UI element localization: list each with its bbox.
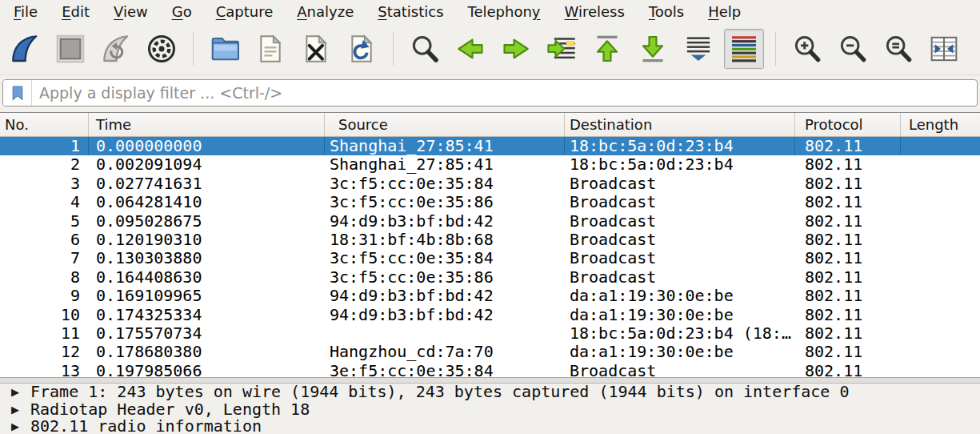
zoom-in-button[interactable] [787, 29, 827, 69]
cell-source: 94:d9:b3:bf:bd:42 [325, 306, 565, 324]
restart-capture-button[interactable] [96, 29, 136, 69]
bookmark-icon [9, 84, 26, 102]
cell-destination: Broadcast [565, 231, 795, 249]
column-header-destination[interactable]: Destination [565, 113, 795, 136]
cell-time: 0.164408630 [89, 268, 325, 287]
menu-telephony[interactable]: Telephony [456, 1, 553, 22]
packet-row-1[interactable]: 10.000000000Shanghai_27:85:4118:bc:5a:0d… [0, 137, 980, 155]
start-capture-button[interactable] [5, 29, 45, 69]
menu-view[interactable]: View [102, 1, 160, 22]
close-capture-file-button[interactable] [296, 29, 336, 69]
cell-length [901, 268, 980, 287]
magnifier-icon [409, 33, 441, 65]
cell-protocol: 802.11 [795, 155, 901, 174]
colorize-packets-button[interactable] [724, 29, 764, 69]
packet-row-10[interactable]: 100.17432533494:d9:b3:bf:bd:42da:a1:19:3… [0, 306, 980, 324]
packet-row-8[interactable]: 80.1644086303c:f5:cc:0e:35:86Broadcast80… [0, 268, 980, 287]
cell-no: 2 [0, 155, 89, 174]
cell-source: 3c:f5:cc:0e:35:84 [325, 175, 565, 193]
menu-capture[interactable]: Capture [204, 1, 286, 22]
cell-protocol: 802.11 [795, 306, 901, 324]
filter-bookmark-button[interactable] [3, 80, 32, 106]
detail-line-1[interactable]: ▶Frame 1: 243 bytes on wire (1944 bits),… [0, 384, 980, 401]
find-packet-button[interactable] [405, 29, 445, 69]
save-capture-file-button[interactable] [250, 29, 290, 69]
cell-source: 3e:f5:cc:0e:35:84 [325, 362, 565, 377]
cell-length [901, 249, 980, 267]
arrow-right-icon [500, 33, 532, 65]
save-file-icon [254, 33, 286, 65]
column-header-no[interactable]: No. [0, 113, 89, 136]
display-filter-input[interactable] [32, 80, 977, 106]
detail-line-text: Frame 1: 243 bytes on wire (1944 bits), … [30, 384, 850, 401]
reload-file-icon [346, 33, 378, 65]
packet-row-7[interactable]: 70.1303038803c:f5:cc:0e:35:84Broadcast80… [0, 249, 980, 267]
stop-capture-button[interactable] [50, 29, 90, 69]
column-header-source[interactable]: Source [325, 113, 565, 136]
packet-row-9[interactable]: 90.16910996594:d9:b3:bf:bd:42da:a1:19:30… [0, 287, 980, 305]
packet-row-12[interactable]: 120.178680380Hangzhou_cd:7a:70da:a1:19:3… [0, 343, 980, 361]
packet-row-3[interactable]: 30.0277416313c:f5:cc:0e:35:84Broadcast80… [0, 175, 980, 193]
menu-edit[interactable]: Edit [50, 1, 102, 22]
menu-help[interactable]: Help [696, 1, 753, 22]
open-capture-file-button[interactable] [205, 29, 245, 69]
packet-row-4[interactable]: 40.0642814103c:f5:cc:0e:35:86Broadcast80… [0, 193, 980, 211]
packet-row-5[interactable]: 50.09502867594:d9:b3:bf:bd:42Broadcast80… [0, 212, 980, 231]
menu-file[interactable]: File [2, 1, 50, 22]
go-first-packet-button[interactable] [587, 29, 627, 69]
go-to-packet-icon [546, 33, 578, 65]
reload-capture-file-button[interactable] [342, 29, 382, 69]
cell-protocol: 802.11 [795, 175, 901, 193]
wireshark-window: FileEditViewGoCaptureAnalyzeStatisticsTe… [0, 0, 980, 434]
cell-length [901, 287, 980, 305]
menu-analyze[interactable]: Analyze [285, 1, 366, 22]
column-header-length[interactable]: Length [901, 113, 980, 136]
go-forward-button[interactable] [496, 29, 536, 69]
menu-go[interactable]: Go [160, 1, 204, 22]
filter-bar [0, 75, 980, 112]
column-header-protocol[interactable]: Protocol [795, 113, 901, 136]
expander-triangle-icon: ▶ [11, 384, 24, 401]
display-filter-box [2, 79, 978, 106]
cell-source: 3c:f5:cc:0e:35:86 [325, 268, 565, 287]
toolbar-separator [775, 32, 776, 66]
detail-line-2[interactable]: ▶Radiotap Header v0, Length 18 [0, 401, 980, 419]
resize-columns-button[interactable] [924, 29, 964, 69]
menu-wireless[interactable]: Wireless [553, 1, 637, 22]
detail-line-text: 802.11 radio information [30, 418, 262, 434]
packet-list: 10.000000000Shanghai_27:85:4118:bc:5a:0d… [0, 137, 980, 377]
zoom-normal-icon [882, 33, 914, 65]
packet-row-6[interactable]: 60.12019031018:31:bf:4b:8b:68Broadcast80… [0, 231, 980, 249]
go-to-packet-button[interactable] [542, 29, 582, 69]
cell-destination: Broadcast [565, 212, 795, 231]
go-back-button[interactable] [450, 29, 490, 69]
cell-protocol: 802.11 [795, 268, 901, 287]
cell-time: 0.064281410 [89, 193, 325, 211]
capture-options-button[interactable] [142, 29, 182, 69]
menu-tools[interactable]: Tools [637, 1, 696, 22]
cell-protocol: 802.11 [795, 343, 901, 361]
packet-row-2[interactable]: 20.002091094Shanghai_27:85:4118:bc:5a:0d… [0, 155, 980, 174]
packet-row-11[interactable]: 110.17557073418:bc:5a:0d:23:b4 (18:…802.… [0, 324, 980, 343]
cell-no: 10 [0, 306, 89, 324]
cell-protocol: 802.11 [795, 193, 901, 211]
auto-scroll-button[interactable] [678, 29, 718, 69]
cell-length [901, 155, 980, 174]
cell-source: 94:d9:b3:bf:bd:42 [325, 212, 565, 231]
pane-splitter[interactable] [0, 377, 980, 384]
detail-line-3[interactable]: ▶802.11 radio information [0, 418, 980, 434]
gear-icon [146, 33, 178, 65]
zoom-out-button[interactable] [833, 29, 873, 69]
zoom-normal-button[interactable] [878, 29, 918, 69]
cell-destination: da:a1:19:30:0e:be [565, 343, 795, 361]
cell-no: 5 [0, 212, 89, 231]
zoom-in-icon [791, 33, 823, 65]
column-header-time[interactable]: Time [89, 113, 325, 136]
close-file-icon [300, 33, 332, 65]
packet-row-13[interactable]: 130.1979850663e:f5:cc:0e:35:84Broadcast8… [0, 362, 980, 377]
cell-length [901, 193, 980, 211]
menu-statistics[interactable]: Statistics [366, 1, 455, 22]
cell-destination: 18:bc:5a:0d:23:b4 [565, 137, 795, 155]
go-last-packet-button[interactable] [633, 29, 673, 69]
wireshark-fin-icon [9, 33, 41, 65]
